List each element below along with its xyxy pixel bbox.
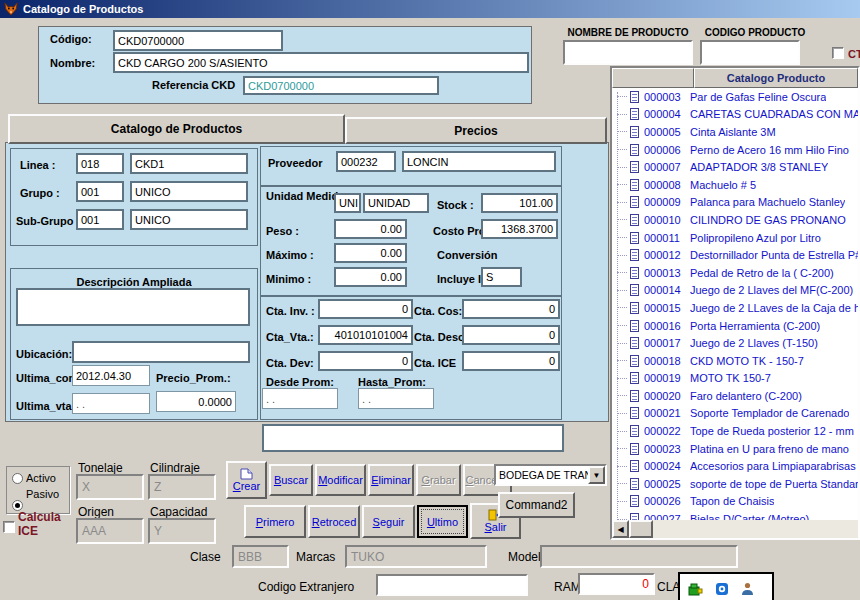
list-item[interactable]: 000013 Pedal de Retro de la ( C-200) (612, 264, 858, 282)
tab-precios[interactable]: Precios (345, 117, 607, 144)
maximo-field[interactable]: 0.00 (334, 243, 407, 263)
list-item[interactable]: 000026 Tapon de Chaisis (612, 493, 858, 511)
tray-blue-app-icon[interactable] (715, 582, 729, 596)
referencia-field[interactable]: CKD0700000 (243, 76, 439, 95)
list-item[interactable]: 000014 Juego de 2 Llaves del MF(C-200) (612, 282, 858, 300)
proveedor-name-field[interactable]: LONCIN (402, 151, 556, 172)
list-item[interactable]: 000005 Cinta Aislante 3M (612, 123, 858, 141)
desde-prom-field[interactable]: . . (262, 388, 338, 409)
list-item[interactable]: 000010 CILINDRO DE GAS PRONANO (612, 211, 858, 229)
list-item[interactable]: 000017 Juego de 2 Llaves (T-150) (612, 334, 858, 352)
unidad-name-field[interactable]: UNIDAD (363, 193, 429, 213)
seguir-button[interactable]: Seguir (362, 505, 415, 538)
proveedor-code-field[interactable]: 000232 (336, 151, 396, 172)
stock-field[interactable]: 101.00 (481, 193, 558, 213)
incluye-iva-field[interactable]: S (481, 267, 522, 287)
ultima-com-field[interactable]: 2012.04.30 (72, 365, 150, 386)
cta-desc-field[interactable]: 0 (462, 325, 560, 345)
dropdown-arrow-icon[interactable]: ▼ (588, 466, 605, 484)
costo-prom-field[interactable]: 1368.3700 (481, 219, 558, 239)
list-item[interactable]: 000024 Accesorios para Limpiaparabrisas (612, 457, 858, 475)
eliminar-button[interactable]: Eliminar (368, 464, 414, 496)
tree-connector (617, 96, 627, 97)
grabar-button[interactable]: Grabar (416, 464, 461, 496)
list-item[interactable]: 000022 Tope de Rueda posterior 12 - mm (612, 422, 858, 440)
marcas-field[interactable]: TUKO (345, 545, 487, 568)
item-code: 000014 (644, 284, 690, 296)
cilindraje-field[interactable]: Z (148, 474, 216, 500)
grupo-label: Grupo : (20, 187, 60, 199)
tray-green-app-icon[interactable] (688, 583, 703, 596)
tab-catalogo-productos[interactable]: Catalogo de Productos (8, 114, 345, 144)
list-item[interactable]: 000016 Porta Herramienta (C-200) (612, 317, 858, 335)
list-item[interactable]: 000009 Palanca para Machuelo Stanley (612, 194, 858, 212)
descripcion-textarea[interactable] (16, 288, 250, 326)
retroced-button[interactable]: Retroced (308, 505, 360, 538)
codigo-extranjero-field[interactable] (376, 574, 528, 596)
list-item[interactable]: 000025 soporte de tope de Puerta Standar (612, 475, 858, 493)
tray-person-icon[interactable] (741, 582, 754, 596)
ultimo-button[interactable]: Ultimo (417, 505, 468, 538)
list-item[interactable]: 000019 MOTO TK 150-7 (612, 370, 858, 388)
nombre-field[interactable]: CKD CARGO 200 S/ASIENTO (113, 52, 529, 73)
ultima-vta-field[interactable]: . . (72, 393, 150, 414)
list-item[interactable]: 000006 Perno de Acero 16 mm Hilo Fino (612, 141, 858, 159)
codigo-producto-search-input[interactable] (700, 40, 800, 65)
list-item[interactable]: 000021 Soporte Templador de Carenado (612, 405, 858, 423)
activo-radio[interactable] (12, 473, 23, 484)
notes-field[interactable] (262, 424, 564, 452)
modificar-button[interactable]: Modificar (315, 464, 366, 496)
codigo-field[interactable]: CKD0700000 (113, 30, 283, 51)
grupo-code-field[interactable]: 001 (76, 181, 124, 202)
hasta-prom-field[interactable]: . . (358, 388, 434, 409)
cta-inv-field[interactable]: 0 (318, 299, 413, 319)
linea-code-field[interactable]: 018 (76, 153, 124, 174)
origen-field[interactable]: AAA (76, 518, 144, 544)
list-item[interactable]: 000011 Polipropileno Azul por Litro (612, 229, 858, 247)
scroll-left-arrow-icon[interactable]: ◀ (612, 520, 629, 538)
grupo-name-field[interactable]: UNICO (130, 181, 248, 202)
ramv-field[interactable]: 0 (578, 573, 655, 595)
unidad-code-field[interactable]: UNI (334, 193, 361, 213)
bodega-dropdown[interactable]: BODEGA DE TRANS ▼ (494, 464, 607, 486)
document-icon (630, 390, 639, 402)
list-item[interactable]: 000003 Par de Gafas Feline Oscura (612, 88, 858, 106)
cta-checkbox[interactable] (832, 47, 844, 59)
crear-button[interactable]: Crear (226, 461, 267, 499)
subgrupo-code-field[interactable]: 001 (76, 209, 124, 230)
list-item[interactable]: 000020 Faro delantero (C-200) (612, 387, 858, 405)
list-item[interactable]: 000015 Juego de 2 LLaves de la Caja de h… (612, 299, 858, 317)
modelo-field[interactable] (540, 545, 738, 568)
capacidad-field[interactable]: Y (148, 518, 216, 544)
item-name: CKD MOTO TK - 150-7 (690, 355, 804, 367)
scrollbar-thumb[interactable] (629, 520, 653, 538)
command2-button[interactable]: Command2 (498, 492, 575, 518)
linea-name-field[interactable]: CKD1 (130, 153, 248, 174)
buscar-button[interactable]: Buscar (269, 464, 313, 496)
primero-button[interactable]: Primero (244, 505, 306, 538)
tree-header-cell: Catalogo Producto (694, 68, 858, 88)
calcula-ice-checkbox[interactable] (3, 521, 15, 533)
cta-cos-field[interactable]: 0 (462, 299, 560, 319)
cta-ice-field[interactable]: 0 (462, 351, 560, 371)
list-item[interactable]: 000018 CKD MOTO TK - 150-7 (612, 352, 858, 370)
list-item[interactable]: 000007 ADAPTADOR 3/8 STANLEY (612, 158, 858, 176)
cta-dev-field[interactable]: 0 (318, 351, 413, 371)
list-item[interactable]: 000012 Destornillador Punta de Estrella … (612, 246, 858, 264)
ubicacion-field[interactable] (72, 341, 250, 363)
list-item[interactable]: 000004 CARETAS CUADRADAS CON MANIJ (612, 106, 858, 124)
tonelaje-field[interactable]: X (76, 474, 144, 500)
subgrupo-name-field[interactable]: UNICO (130, 209, 248, 230)
nombre-producto-search-input[interactable] (563, 40, 693, 65)
peso-field[interactable]: 0.00 (334, 219, 407, 239)
item-name: Par de Gafas Feline Oscura (690, 91, 826, 103)
list-item[interactable]: 000023 Platina en U para freno de mano (612, 440, 858, 458)
item-name: Accesorios para Limpiaparabrisas (690, 460, 856, 472)
list-item[interactable]: 000008 Machuelo # 5 (612, 176, 858, 194)
clase-field[interactable]: BBB (232, 545, 289, 568)
item-name: Cinta Aislante 3M (690, 126, 776, 138)
unidad-medida-label: Unidad Medida (266, 191, 316, 202)
cta-vta-field[interactable]: 401010101004 (318, 325, 413, 345)
precio-prom-field[interactable]: 0.0000 (156, 391, 236, 412)
minimo-field[interactable]: 0.00 (334, 267, 407, 287)
